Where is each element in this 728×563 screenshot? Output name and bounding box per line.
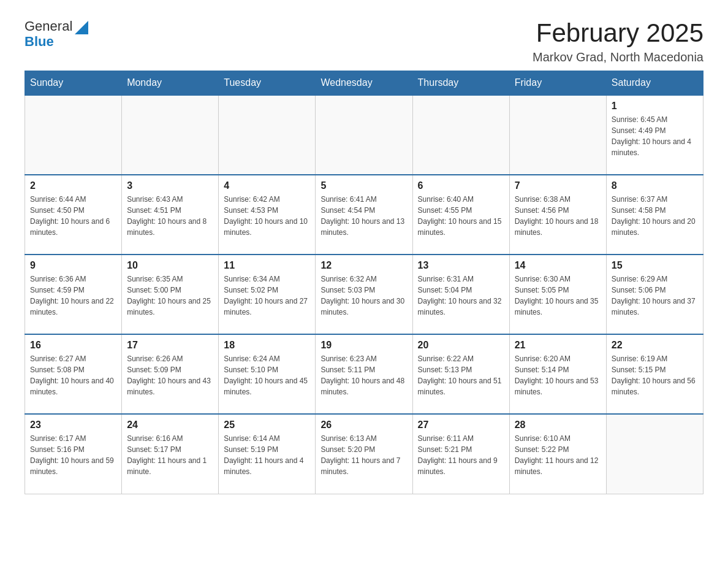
calendar-cell: 19Sunrise: 6:23 AM Sunset: 5:11 PM Dayli… xyxy=(316,334,412,414)
day-info: Sunrise: 6:10 AM Sunset: 5:22 PM Dayligh… xyxy=(515,433,601,477)
svg-marker-0 xyxy=(75,21,88,34)
calendar-header-tuesday: Tuesday xyxy=(219,71,316,96)
day-number: 13 xyxy=(418,260,504,271)
logo-triangle-icon xyxy=(75,21,88,34)
day-info: Sunrise: 6:31 AM Sunset: 5:04 PM Dayligh… xyxy=(418,274,504,318)
month-title: February 2025 xyxy=(533,18,703,48)
day-number: 4 xyxy=(224,180,310,191)
calendar-header-sunday: Sunday xyxy=(25,71,122,96)
day-info: Sunrise: 6:17 AM Sunset: 5:16 PM Dayligh… xyxy=(30,433,116,477)
day-info: Sunrise: 6:32 AM Sunset: 5:03 PM Dayligh… xyxy=(320,274,407,318)
day-info: Sunrise: 6:30 AM Sunset: 5:05 PM Dayligh… xyxy=(515,274,601,318)
calendar-cell: 23Sunrise: 6:17 AM Sunset: 5:16 PM Dayli… xyxy=(25,414,122,494)
day-number: 2 xyxy=(30,180,116,191)
day-info: Sunrise: 6:36 AM Sunset: 4:59 PM Dayligh… xyxy=(30,274,116,318)
day-number: 27 xyxy=(418,419,504,431)
calendar-cell: 14Sunrise: 6:30 AM Sunset: 5:05 PM Dayli… xyxy=(509,255,606,334)
day-info: Sunrise: 6:35 AM Sunset: 5:00 PM Dayligh… xyxy=(127,274,213,318)
day-number: 1 xyxy=(612,101,698,112)
calendar-cell: 4Sunrise: 6:42 AM Sunset: 4:53 PM Daylig… xyxy=(219,175,316,255)
calendar-week-1: 2Sunrise: 6:44 AM Sunset: 4:50 PM Daylig… xyxy=(25,175,703,255)
location-title: Markov Grad, North Macedonia xyxy=(533,50,703,64)
calendar-week-3: 16Sunrise: 6:27 AM Sunset: 5:08 PM Dayli… xyxy=(25,334,703,414)
day-info: Sunrise: 6:11 AM Sunset: 5:21 PM Dayligh… xyxy=(418,433,504,477)
day-info: Sunrise: 6:41 AM Sunset: 4:54 PM Dayligh… xyxy=(320,194,407,238)
calendar-cell: 13Sunrise: 6:31 AM Sunset: 5:04 PM Dayli… xyxy=(412,255,509,334)
calendar-cell: 11Sunrise: 6:34 AM Sunset: 5:02 PM Dayli… xyxy=(219,255,316,334)
calendar-cell xyxy=(122,95,219,175)
day-info: Sunrise: 6:42 AM Sunset: 4:53 PM Dayligh… xyxy=(224,194,310,238)
calendar-cell: 15Sunrise: 6:29 AM Sunset: 5:06 PM Dayli… xyxy=(606,255,703,334)
calendar-cell: 2Sunrise: 6:44 AM Sunset: 4:50 PM Daylig… xyxy=(25,175,122,255)
day-info: Sunrise: 6:23 AM Sunset: 5:11 PM Dayligh… xyxy=(320,353,407,397)
day-info: Sunrise: 6:43 AM Sunset: 4:51 PM Dayligh… xyxy=(127,194,213,238)
calendar-cell: 21Sunrise: 6:20 AM Sunset: 5:14 PM Dayli… xyxy=(509,334,606,414)
calendar-header-row: SundayMondayTuesdayWednesdayThursdayFrid… xyxy=(25,71,703,96)
calendar-week-2: 9Sunrise: 6:36 AM Sunset: 4:59 PM Daylig… xyxy=(25,255,703,334)
calendar-header-saturday: Saturday xyxy=(606,71,703,96)
day-number: 9 xyxy=(30,260,116,271)
day-number: 3 xyxy=(127,180,213,191)
day-number: 19 xyxy=(320,340,407,351)
page-header: General Blue February 2025 Markov Grad, … xyxy=(25,18,703,64)
calendar-cell: 25Sunrise: 6:14 AM Sunset: 5:19 PM Dayli… xyxy=(219,414,316,494)
day-info: Sunrise: 6:45 AM Sunset: 4:49 PM Dayligh… xyxy=(612,114,698,158)
calendar-cell xyxy=(412,95,509,175)
day-info: Sunrise: 6:44 AM Sunset: 4:50 PM Dayligh… xyxy=(30,194,116,238)
day-info: Sunrise: 6:19 AM Sunset: 5:15 PM Dayligh… xyxy=(612,353,698,397)
calendar-cell: 12Sunrise: 6:32 AM Sunset: 5:03 PM Dayli… xyxy=(316,255,412,334)
day-info: Sunrise: 6:26 AM Sunset: 5:09 PM Dayligh… xyxy=(127,353,213,397)
calendar-header-monday: Monday xyxy=(122,71,219,96)
day-number: 18 xyxy=(224,340,310,351)
calendar-cell: 5Sunrise: 6:41 AM Sunset: 4:54 PM Daylig… xyxy=(316,175,412,255)
calendar-header-thursday: Thursday xyxy=(412,71,509,96)
calendar-cell: 16Sunrise: 6:27 AM Sunset: 5:08 PM Dayli… xyxy=(25,334,122,414)
calendar-cell: 24Sunrise: 6:16 AM Sunset: 5:17 PM Dayli… xyxy=(122,414,219,494)
day-number: 25 xyxy=(224,419,310,431)
day-number: 12 xyxy=(320,260,407,271)
day-number: 20 xyxy=(418,340,504,351)
day-info: Sunrise: 6:27 AM Sunset: 5:08 PM Dayligh… xyxy=(30,353,116,397)
calendar-cell: 28Sunrise: 6:10 AM Sunset: 5:22 PM Dayli… xyxy=(509,414,606,494)
day-number: 17 xyxy=(127,340,213,351)
calendar-cell: 1Sunrise: 6:45 AM Sunset: 4:49 PM Daylig… xyxy=(606,95,703,175)
day-info: Sunrise: 6:38 AM Sunset: 4:56 PM Dayligh… xyxy=(515,194,601,238)
day-number: 15 xyxy=(612,260,698,271)
day-info: Sunrise: 6:24 AM Sunset: 5:10 PM Dayligh… xyxy=(224,353,310,397)
day-number: 14 xyxy=(515,260,601,271)
day-info: Sunrise: 6:16 AM Sunset: 5:17 PM Dayligh… xyxy=(127,433,213,477)
day-number: 10 xyxy=(127,260,213,271)
calendar-cell: 10Sunrise: 6:35 AM Sunset: 5:00 PM Dayli… xyxy=(122,255,219,334)
calendar-cell: 18Sunrise: 6:24 AM Sunset: 5:10 PM Dayli… xyxy=(219,334,316,414)
calendar-cell: 6Sunrise: 6:40 AM Sunset: 4:55 PM Daylig… xyxy=(412,175,509,255)
calendar-cell xyxy=(509,95,606,175)
day-number: 16 xyxy=(30,340,116,351)
day-number: 22 xyxy=(612,340,698,351)
calendar-cell: 9Sunrise: 6:36 AM Sunset: 4:59 PM Daylig… xyxy=(25,255,122,334)
calendar-cell: 7Sunrise: 6:38 AM Sunset: 4:56 PM Daylig… xyxy=(509,175,606,255)
calendar-cell: 3Sunrise: 6:43 AM Sunset: 4:51 PM Daylig… xyxy=(122,175,219,255)
day-number: 6 xyxy=(418,180,504,191)
calendar-cell: 26Sunrise: 6:13 AM Sunset: 5:20 PM Dayli… xyxy=(316,414,412,494)
day-number: 23 xyxy=(30,419,116,431)
calendar-cell: 22Sunrise: 6:19 AM Sunset: 5:15 PM Dayli… xyxy=(606,334,703,414)
title-section: February 2025 Markov Grad, North Macedon… xyxy=(533,18,703,64)
calendar-cell: 17Sunrise: 6:26 AM Sunset: 5:09 PM Dayli… xyxy=(122,334,219,414)
day-info: Sunrise: 6:34 AM Sunset: 5:02 PM Dayligh… xyxy=(224,274,310,318)
day-info: Sunrise: 6:13 AM Sunset: 5:20 PM Dayligh… xyxy=(320,433,407,477)
calendar-table: SundayMondayTuesdayWednesdayThursdayFrid… xyxy=(25,71,703,494)
logo-text-general: General xyxy=(25,19,72,34)
day-info: Sunrise: 6:29 AM Sunset: 5:06 PM Dayligh… xyxy=(612,274,698,318)
day-info: Sunrise: 6:14 AM Sunset: 5:19 PM Dayligh… xyxy=(224,433,310,477)
calendar-cell xyxy=(219,95,316,175)
calendar-cell: 27Sunrise: 6:11 AM Sunset: 5:21 PM Dayli… xyxy=(412,414,509,494)
logo: General Blue xyxy=(25,18,88,49)
calendar-cell: 8Sunrise: 6:37 AM Sunset: 4:58 PM Daylig… xyxy=(606,175,703,255)
calendar-week-4: 23Sunrise: 6:17 AM Sunset: 5:16 PM Dayli… xyxy=(25,414,703,494)
calendar-cell xyxy=(606,414,703,494)
day-number: 8 xyxy=(612,180,698,191)
calendar-cell xyxy=(25,95,122,175)
day-info: Sunrise: 6:37 AM Sunset: 4:58 PM Dayligh… xyxy=(612,194,698,238)
day-number: 7 xyxy=(515,180,601,191)
day-number: 11 xyxy=(224,260,310,271)
